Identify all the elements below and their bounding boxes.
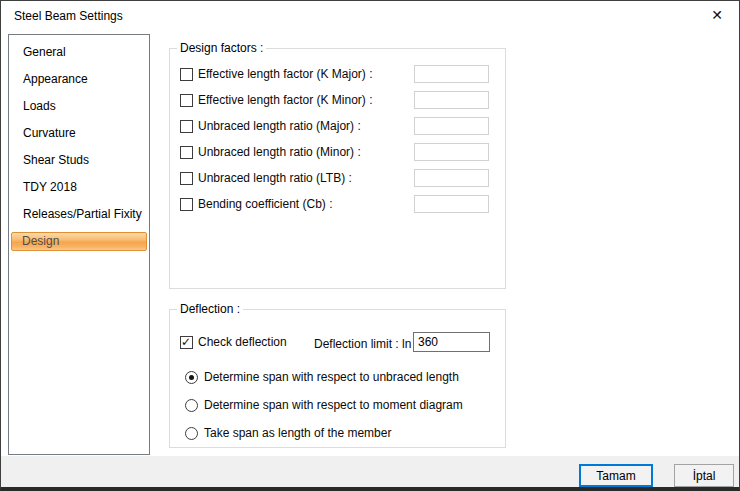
unbraced-length-ratio-minor-input[interactable]: [414, 143, 489, 161]
category-list: GeneralAppearanceLoadsCurvatureShear Stu…: [8, 34, 150, 455]
radio-row-determine-span-with-respect-to-moment-diagram: Determine span with respect to moment di…: [185, 398, 463, 412]
design-factors-group-title: Design factors :: [177, 41, 266, 55]
effective-length-factor-k-minor-checkbox[interactable]: ✓: [180, 94, 193, 107]
factor-label: Unbraced length ratio (Minor) :: [198, 145, 361, 159]
effective-length-factor-k-major-input[interactable]: [414, 65, 489, 83]
deflection-limit-label: Deflection limit : ln /: [314, 337, 418, 351]
cancel-button[interactable]: İptal: [674, 464, 734, 487]
sidebar-item-design[interactable]: Design: [11, 232, 147, 251]
sidebar-item-releases-partial-fixity[interactable]: Releases/Partial Fixity: [11, 201, 147, 228]
unbraced-length-ratio-major-input[interactable]: [414, 117, 489, 135]
steel-beam-settings-dialog: Steel Beam Settings ✕ GeneralAppearanceL…: [0, 0, 740, 491]
close-icon[interactable]: ✕: [708, 6, 726, 24]
design-factor-rows: ✓Effective length factor (K Major) :✓Eff…: [170, 61, 505, 217]
take-span-as-length-of-the-member-radio[interactable]: [185, 427, 198, 440]
factor-row-effective-length-factor-k-minor: ✓Effective length factor (K Minor) :: [170, 87, 505, 113]
checkmark-icon: ✓: [181, 335, 191, 349]
radio-label: Take span as length of the member: [204, 426, 391, 440]
effective-length-factor-k-major-checkbox[interactable]: ✓: [180, 68, 193, 81]
factor-row-unbraced-length-ratio-minor: ✓Unbraced length ratio (Minor) :: [170, 139, 505, 165]
effective-length-factor-k-minor-input[interactable]: [414, 91, 489, 109]
factor-label: Unbraced length ratio (Major) :: [198, 119, 361, 133]
radio-row-take-span-as-length-of-the-member: Take span as length of the member: [185, 426, 391, 440]
deflection-group: Deflection : ✓ Check deflection Deflecti…: [169, 309, 506, 448]
unbraced-length-ratio-ltb-input[interactable]: [414, 169, 489, 187]
deflection-limit-input[interactable]: [413, 332, 490, 352]
radio-label: Determine span with respect to moment di…: [204, 398, 463, 412]
determine-span-with-respect-to-moment-diagram-radio[interactable]: [185, 399, 198, 412]
factor-label: Bending coefficient (Cb) :: [198, 197, 333, 211]
check-deflection-label: Check deflection: [198, 335, 287, 349]
deflection-group-title: Deflection :: [177, 302, 243, 316]
factor-row-unbraced-length-ratio-major: ✓Unbraced length ratio (Major) :: [170, 113, 505, 139]
bending-coefficient-cb-checkbox[interactable]: ✓: [180, 198, 193, 211]
sidebar-item-curvature[interactable]: Curvature: [11, 120, 147, 147]
design-factors-group: Design factors : ✓Effective length facto…: [169, 48, 506, 289]
sidebar-item-tdy-2018[interactable]: TDY 2018: [11, 174, 147, 201]
factor-row-unbraced-length-ratio-ltb: ✓Unbraced length ratio (LTB) :: [170, 165, 505, 191]
bending-coefficient-cb-input[interactable]: [414, 195, 489, 213]
check-deflection-checkbox[interactable]: ✓: [180, 336, 193, 349]
check-deflection-row: ✓ Check deflection: [180, 335, 287, 349]
unbraced-length-ratio-major-checkbox[interactable]: ✓: [180, 120, 193, 133]
factor-label: Effective length factor (K Major) :: [198, 67, 373, 81]
title-bar: Steel Beam Settings ✕: [1, 1, 739, 30]
factor-row-bending-coefficient-cb: ✓Bending coefficient (Cb) :: [170, 191, 505, 217]
factor-label: Unbraced length ratio (LTB) :: [198, 171, 352, 185]
sidebar-item-shear-studs[interactable]: Shear Studs: [11, 147, 147, 174]
footer-bar: Tamam İptal: [1, 456, 739, 487]
radio-row-determine-span-with-respect-to-unbraced-length: Determine span with respect to unbraced …: [185, 370, 459, 384]
unbraced-length-ratio-ltb-checkbox[interactable]: ✓: [180, 172, 193, 185]
radio-label: Determine span with respect to unbraced …: [204, 370, 459, 384]
window-title: Steel Beam Settings: [14, 9, 123, 23]
determine-span-with-respect-to-unbraced-length-radio[interactable]: [185, 371, 198, 384]
sidebar-item-loads[interactable]: Loads: [11, 93, 147, 120]
sidebar-item-general[interactable]: General: [11, 39, 147, 66]
unbraced-length-ratio-minor-checkbox[interactable]: ✓: [180, 146, 193, 159]
factor-label: Effective length factor (K Minor) :: [198, 93, 373, 107]
factor-row-effective-length-factor-k-major: ✓Effective length factor (K Major) :: [170, 61, 505, 87]
sidebar-item-appearance[interactable]: Appearance: [11, 66, 147, 93]
ok-button[interactable]: Tamam: [579, 464, 653, 487]
